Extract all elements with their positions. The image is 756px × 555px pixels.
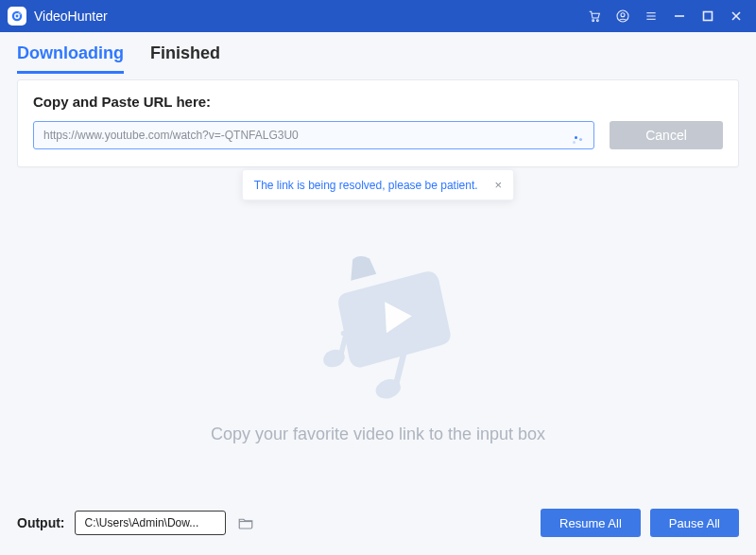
tab-bar: Downloading Finished [0,32,756,74]
url-input[interactable] [43,129,569,142]
footer-bar: Output: C:\Users\Admin\Dow... Resume All… [0,504,756,555]
cart-icon[interactable] [580,2,609,30]
output-label: Output: [17,515,65,530]
minimize-icon[interactable] [665,2,694,30]
maximize-icon[interactable] [694,2,722,30]
resume-all-button[interactable]: Resume All [541,509,641,537]
svg-point-4 [593,20,594,22]
titlebar: VideoHunter [0,0,756,32]
url-label: Copy and Paste URL here: [33,94,723,110]
close-icon[interactable] [722,2,750,30]
toast-close-icon[interactable]: × [495,178,503,192]
toast-message: The link is being resolved, please be pa… [254,179,478,192]
svg-point-3 [19,12,22,15]
output-path-field[interactable]: C:\Users\Admin\Dow... [75,511,226,535]
status-toast: The link is being resolved, please be pa… [242,169,514,200]
svg-point-2 [16,15,19,18]
open-folder-icon[interactable] [235,512,256,533]
url-input-container[interactable] [33,121,594,149]
tab-downloading[interactable]: Downloading [17,43,124,74]
app-title: VideoHunter [34,9,108,24]
svg-point-5 [596,20,598,22]
app-logo-icon [8,7,26,26]
tab-finished[interactable]: Finished [150,43,220,74]
empty-state: Copy your favorite video link to the inp… [0,167,756,504]
menu-icon[interactable] [637,2,665,30]
svg-rect-12 [704,12,713,21]
pause-all-button[interactable]: Pause All [650,509,739,537]
empty-hint: Copy your favorite video link to the inp… [211,425,545,444]
svg-point-7 [621,13,625,17]
cancel-button[interactable]: Cancel [610,121,723,149]
account-icon[interactable] [609,2,637,30]
empty-illustration-icon [293,247,463,408]
loading-spinner-icon [575,136,584,146]
url-panel: Copy and Paste URL here: Cancel [17,79,739,167]
